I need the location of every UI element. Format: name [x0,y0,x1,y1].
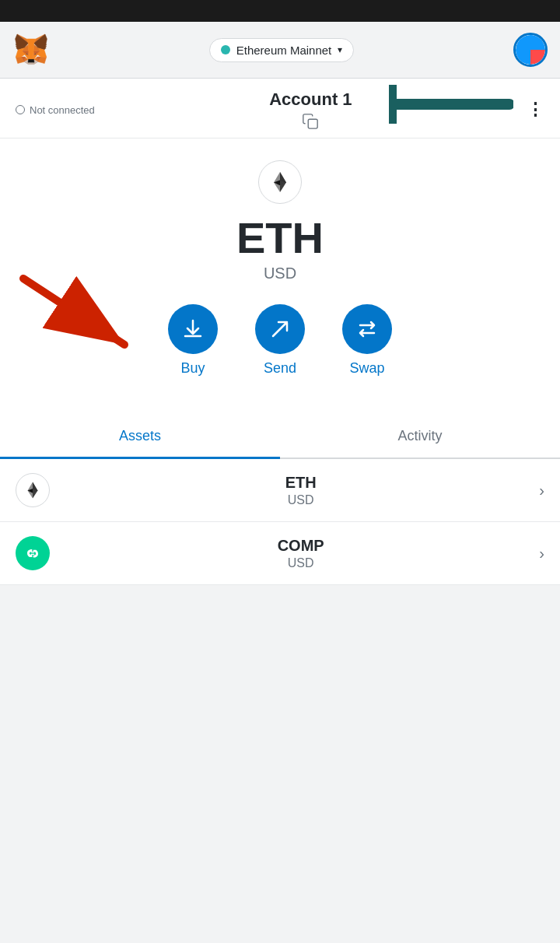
avatar-icon [516,35,545,65]
eth-usd: USD [288,493,314,507]
action-buttons-row: Buy Send Swap [16,304,544,377]
swap-label: Swap [349,360,384,377]
buy-button[interactable]: Buy [168,304,218,377]
send-icon [268,317,292,341]
eth-logo-circle [258,160,302,204]
svg-point-35 [22,542,44,564]
comp-symbol: COMP [278,537,324,555]
asset-item-comp[interactable]: COMP USD › [0,522,560,585]
swap-icon [355,317,379,341]
eth-chevron-right-icon: › [539,482,544,500]
network-status-dot [221,45,230,54]
buy-label: Buy [180,360,205,377]
metamask-logo-icon [12,31,50,68]
tab-activity[interactable]: Activity [280,415,560,457]
asset-list: ETH USD › COMP USD › [0,459,560,585]
more-options-button[interactable]: ⋮ [527,100,544,120]
connection-status: Not connected [16,104,95,116]
eth-amount-label: ETH [236,216,324,260]
arrow-annotation [389,85,513,124]
comp-token-icon [22,542,44,564]
eth-symbol: ETH [285,474,317,492]
download-icon [181,317,205,341]
swap-button[interactable]: Swap [342,304,392,377]
comp-chevron-right-icon: › [539,545,544,563]
main-content: ETH USD [0,138,560,585]
copy-address-button[interactable] [302,113,319,130]
account-bar: Not connected Account 1 ⋮ [0,79,560,138]
tab-assets[interactable]: Assets [0,415,280,459]
usd-label: USD [264,265,296,282]
comp-asset-info: COMP USD [62,537,539,570]
eth-balance-section: ETH USD [0,138,560,408]
chevron-down-icon: ▾ [338,44,342,55]
swap-circle [342,304,392,354]
svg-rect-36 [31,552,34,552]
tabs-row: Assets Activity [0,415,560,459]
svg-marker-23 [28,59,34,63]
network-name: Ethereum Mainnet [236,44,332,57]
top-bar [0,0,560,22]
eth-asset-info: ETH USD [62,474,539,507]
buy-circle [168,304,218,354]
account-name-label: Account 1 [269,89,352,110]
comp-asset-icon [16,536,50,570]
annotation-arrow-icon [389,85,513,124]
send-circle [255,304,305,354]
asset-item-eth[interactable]: ETH USD › [0,459,560,522]
comp-usd: USD [288,556,314,570]
svg-rect-37 [31,554,34,555]
send-button[interactable]: Send [255,304,305,377]
header: Ethereum Mainnet ▾ [0,22,560,79]
not-connected-label: Not connected [30,104,95,116]
eth-asset-icon [16,473,50,507]
svg-rect-30 [309,119,318,128]
send-label: Send [264,360,296,377]
account-avatar[interactable] [513,33,548,67]
eth-token-icon [23,480,43,500]
not-connected-indicator [16,105,25,114]
ethereum-logo-icon [268,170,292,195]
network-selector[interactable]: Ethereum Mainnet ▾ [209,38,355,62]
